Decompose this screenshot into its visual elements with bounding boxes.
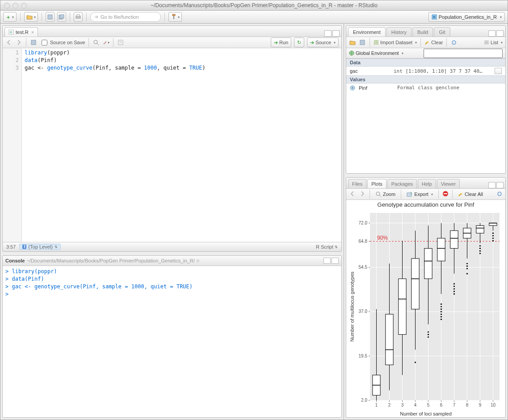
new-file-button[interactable]: ＋ [3, 12, 17, 22]
globe-icon [349, 50, 354, 56]
code-editor[interactable]: 1 2 3 library(poppr) data(Pinf) gac <- g… [3, 48, 341, 242]
open-file-button[interactable] [24, 12, 38, 22]
svg-point-91 [453, 293, 455, 295]
refresh-env-button[interactable] [450, 39, 458, 46]
svg-rect-6 [173, 16, 174, 19]
save-source-button[interactable] [30, 39, 37, 46]
clear-env-button[interactable]: Clear [424, 40, 443, 45]
save-all-button[interactable] [57, 12, 66, 22]
svg-text:Genotype accumulation curve fo: Genotype accumulation curve for Pinf [378, 201, 474, 208]
titlebar: ~/Documents/Manuscripts/Books/PopGen Pri… [0, 0, 508, 11]
goto-placeholder: Go to file/function [101, 14, 139, 20]
svg-point-102 [466, 265, 468, 266]
svg-point-81 [441, 316, 442, 317]
refresh-plot-button[interactable] [496, 191, 503, 198]
svg-text:R: R [433, 15, 436, 19]
env-view-mode[interactable]: List [484, 40, 503, 45]
source-button[interactable]: ➔Source [307, 37, 339, 47]
env-row-pinf[interactable]: Pinf Formal class genclone [346, 83, 505, 92]
tab-files[interactable]: Files [348, 179, 366, 188]
console-pane: Console ~/Documents/Manuscripts/Books/Po… [2, 255, 342, 418]
clear-all-plots-button[interactable]: Clear All [456, 190, 485, 199]
close-window-button[interactable] [4, 3, 10, 8]
scope-selector[interactable]: f(Top Level)⇅ [19, 244, 60, 250]
svg-point-117 [492, 237, 494, 239]
source-on-save-checkbox[interactable]: Source on Save [40, 38, 85, 47]
tab-git[interactable]: Git [434, 27, 450, 37]
svg-point-27 [376, 192, 380, 195]
goto-file-function-input[interactable]: Go to file/function [90, 12, 161, 22]
export-button[interactable]: Export [405, 190, 435, 199]
svg-point-74 [428, 333, 429, 335]
close-tab-button[interactable]: × [31, 29, 34, 35]
svg-text:64.8: 64.8 [359, 238, 368, 243]
save-workspace-button[interactable] [359, 39, 366, 46]
load-workspace-button[interactable] [349, 39, 356, 46]
expand-icon[interactable] [350, 85, 355, 91]
minimize-pane-button[interactable] [324, 30, 332, 37]
view-data-button[interactable] [495, 68, 502, 74]
svg-point-82 [441, 313, 442, 315]
forward-button[interactable] [15, 39, 22, 46]
console-path-picker[interactable]: ☆ [196, 258, 200, 264]
refresh-icon [496, 191, 503, 197]
svg-rect-89 [450, 230, 458, 248]
tab-environment[interactable]: Environment [348, 27, 386, 37]
svg-point-80 [441, 318, 442, 320]
svg-point-12 [94, 40, 97, 44]
run-button[interactable]: ➔Run [271, 37, 291, 47]
plot-next-button[interactable] [359, 190, 366, 198]
find-button[interactable] [92, 39, 100, 46]
svg-point-101 [466, 268, 468, 269]
maximize-console-button[interactable] [332, 258, 339, 264]
tab-plots[interactable]: Plots [367, 179, 386, 188]
env-scope-selector[interactable]: Global Environment [349, 50, 403, 56]
minimize-window-button[interactable] [13, 3, 18, 8]
zoom-window-button[interactable] [21, 3, 27, 8]
svg-point-116 [492, 240, 494, 241]
language-selector[interactable]: R Script⇅ [316, 244, 338, 250]
print-button[interactable] [74, 12, 83, 22]
svg-point-86 [441, 303, 442, 304]
maximize-plots-button[interactable] [496, 182, 504, 188]
rerun-button[interactable]: ↻ [294, 37, 304, 47]
folder-icon [349, 40, 356, 45]
minimize-env-button[interactable] [488, 30, 495, 37]
back-button[interactable] [5, 39, 13, 46]
console-output[interactable]: > library(poppr) > data(Pinf) > gac <- g… [3, 266, 341, 417]
body: R test.R × Source on Save [0, 24, 508, 420]
tab-packages[interactable]: Packages [387, 179, 417, 188]
plot-prev-button[interactable] [349, 190, 356, 198]
import-dataset-button[interactable]: Import Dataset [374, 40, 417, 45]
tab-viewer[interactable]: Viewer [437, 179, 460, 188]
project-menu[interactable]: R Population_Genetics_in_R [428, 12, 505, 22]
minimize-plots-button[interactable] [488, 182, 495, 188]
env-search-input[interactable] [424, 49, 503, 58]
notebook-button[interactable] [117, 39, 124, 46]
plots-toolbar: Zoom Export Clear All [346, 189, 505, 200]
save-button[interactable] [46, 12, 55, 22]
tab-history[interactable]: History [386, 27, 411, 37]
svg-rect-5 [172, 14, 175, 16]
maximize-pane-button[interactable] [332, 30, 340, 37]
zoom-button[interactable]: Zoom [374, 190, 397, 199]
remove-plot-button[interactable] [442, 191, 449, 198]
svg-text:2: 2 [388, 403, 391, 408]
tab-build[interactable]: Build [412, 27, 433, 37]
code-area[interactable]: library(poppr) data(Pinf) gac <- genotyp… [22, 48, 341, 242]
svg-point-93 [453, 288, 455, 289]
svg-point-94 [453, 285, 455, 287]
svg-text:Number of multilocus genotypes: Number of multilocus genotypes [349, 271, 355, 341]
export-icon [407, 191, 413, 197]
svg-text:5: 5 [427, 403, 430, 408]
right-column: Environment History Build Git Import Dat… [344, 24, 508, 420]
maximize-env-button[interactable] [496, 30, 504, 37]
env-row-gac[interactable]: gac int [1:1000, 1:10] 37 7 37 40… [346, 67, 505, 75]
wand-button[interactable] [102, 39, 109, 46]
tab-help[interactable]: Help [418, 179, 436, 188]
svg-text:1: 1 [375, 403, 378, 408]
tools-menu-button[interactable] [168, 12, 182, 22]
minimize-console-button[interactable] [323, 258, 331, 264]
print-icon [75, 14, 81, 20]
source-tab-test-r[interactable]: R test.R × [4, 27, 38, 37]
